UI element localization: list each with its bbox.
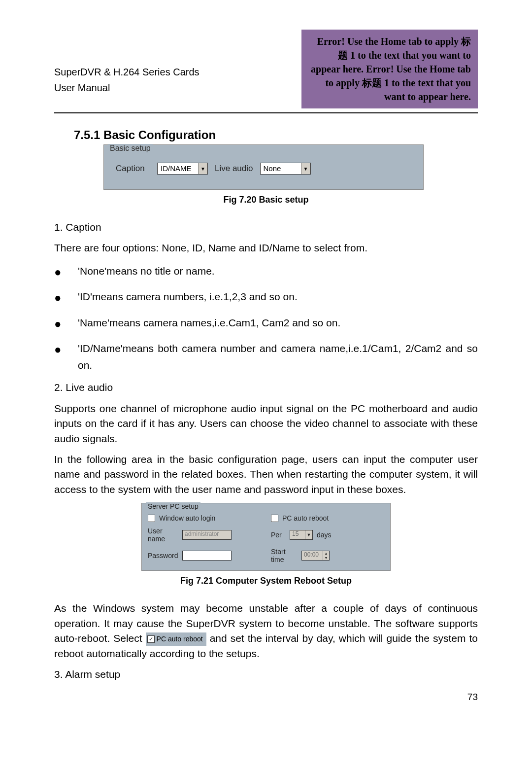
figure-basic-setup: Basic setup Caption ID/NAME ▼ Live audio… bbox=[103, 144, 424, 190]
alarm-setup-heading: 3. Alarm setup bbox=[54, 667, 478, 682]
pc-auto-reboot-label: PC auto reboot bbox=[282, 514, 329, 522]
groupbox-label: Server PC setup bbox=[146, 502, 200, 510]
reboot-paragraph: As the Windows system may become unstabl… bbox=[54, 601, 478, 661]
per-days-dropdown[interactable]: 15 ▼ bbox=[290, 530, 313, 540]
liveaudio-desc: Supports one channel of microphone audio… bbox=[54, 401, 478, 446]
starttime-spinner[interactable]: 00:00 ▲▼ bbox=[301, 551, 330, 561]
list-item: ●'ID'means camera numbers, i.e.1,2,3 and… bbox=[54, 288, 478, 307]
starttime-label: Start time bbox=[271, 548, 298, 563]
header-error-box: Error! Use the Home tab to apply 标题 1 to… bbox=[301, 30, 478, 108]
bullet-list: ●'None'means no title or name. ●'ID'mean… bbox=[54, 263, 478, 373]
window-auto-login-row: Window auto login bbox=[148, 514, 261, 522]
chevron-down-icon: ▼ bbox=[305, 530, 312, 539]
password-input[interactable] bbox=[182, 551, 232, 561]
caption-desc: There are four options: None, ID, Name a… bbox=[54, 241, 478, 255]
caption-dropdown[interactable]: ID/NAME ▼ bbox=[157, 163, 208, 175]
doc-subtitle: User Manual bbox=[54, 80, 200, 96]
list-item: ●'None'means no title or name. bbox=[54, 263, 478, 281]
caption-heading: 1. Caption bbox=[54, 220, 478, 235]
groupbox-label: Basic setup bbox=[108, 144, 153, 153]
password-label: Password bbox=[148, 552, 178, 560]
chevron-down-icon: ▼ bbox=[323, 556, 329, 560]
caption-dropdown-value: ID/NAME bbox=[158, 163, 198, 174]
chevron-down-icon: ▼ bbox=[301, 163, 310, 174]
figure-caption-720: Fig 7.20 Basic setup bbox=[54, 195, 478, 205]
username-input[interactable]: administrator bbox=[182, 530, 232, 540]
server-desc: In the following area in the basic confi… bbox=[54, 452, 478, 497]
pc-auto-reboot-checkbox[interactable] bbox=[271, 515, 278, 522]
section-title: 7.5.1 Basic Configuration bbox=[74, 128, 478, 142]
liveaudio-label: Live audio bbox=[215, 164, 253, 174]
caption-label: Caption bbox=[116, 164, 150, 174]
liveaudio-dropdown-value: None bbox=[261, 163, 301, 174]
per-label: Per bbox=[271, 531, 286, 539]
days-label: days bbox=[317, 531, 332, 539]
list-item: ●'Name'means camera names,i.e.Cam1, Cam2… bbox=[54, 315, 478, 333]
pc-auto-reboot-row: PC auto reboot bbox=[271, 514, 384, 522]
checkbox-checked-icon: ✓ bbox=[147, 635, 155, 643]
figure-server-pc-setup: Server PC setup Window auto login PC aut… bbox=[141, 503, 391, 571]
liveaudio-dropdown[interactable]: None ▼ bbox=[260, 163, 311, 175]
page-number: 73 bbox=[467, 692, 478, 702]
chevron-down-icon: ▼ bbox=[198, 163, 207, 174]
figure-caption-721: Fig 7.21 Computer System Reboot Setup bbox=[54, 576, 478, 586]
inline-pc-auto-reboot[interactable]: ✓ PC auto reboot bbox=[146, 632, 206, 645]
liveaudio-heading: 2. Live audio bbox=[54, 380, 478, 395]
doc-title: SuperDVR & H.264 Series Cards bbox=[54, 64, 200, 80]
header-left: SuperDVR & H.264 Series Cards User Manua… bbox=[54, 30, 200, 96]
username-label: User name bbox=[148, 527, 178, 543]
list-item: ●'ID/Name'means both camera number and c… bbox=[54, 340, 478, 373]
window-auto-login-checkbox[interactable] bbox=[148, 515, 155, 522]
page-header: SuperDVR & H.264 Series Cards User Manua… bbox=[54, 30, 478, 113]
window-auto-login-label: Window auto login bbox=[159, 514, 215, 522]
chevron-up-icon: ▲ bbox=[323, 551, 329, 556]
